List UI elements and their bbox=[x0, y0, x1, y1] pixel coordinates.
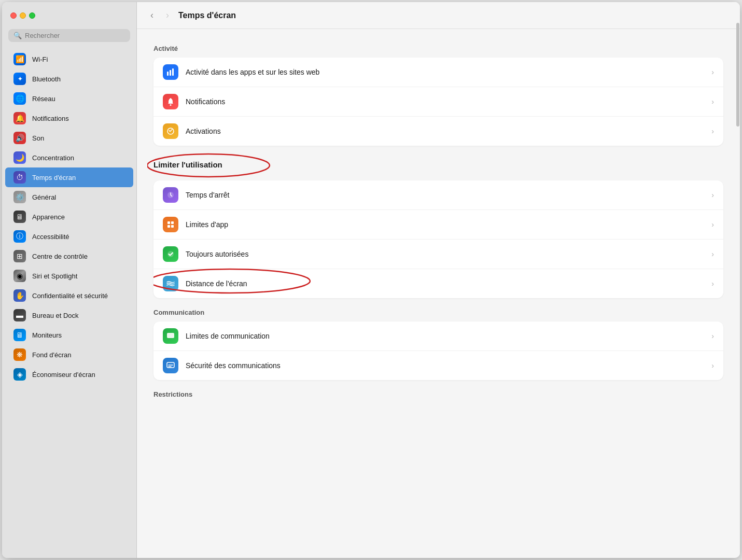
content-header: ‹ › Temps d'écran bbox=[137, 2, 740, 29]
apps-sites-icon bbox=[163, 64, 178, 80]
sidebar-item-label: Réseau bbox=[32, 95, 55, 103]
chevron-icon: › bbox=[711, 68, 714, 76]
sidebar-item-label: Temps d'écran bbox=[32, 174, 76, 181]
desktop-icon: ▬ bbox=[13, 309, 26, 321]
notifications-row[interactable]: Notifications › bbox=[153, 87, 723, 117]
svg-rect-8 bbox=[171, 221, 174, 224]
forward-button[interactable]: › bbox=[163, 9, 172, 22]
svg-rect-10 bbox=[171, 225, 174, 228]
activations-row[interactable]: Activations › bbox=[153, 117, 723, 146]
limiter-group: Temps d'arrêt › Limites d'app › bbox=[153, 180, 723, 298]
sidebar-items: 📶 Wi-Fi ✦ Bluetooth 🌐 Réseau 🔔 Notificat… bbox=[2, 47, 136, 558]
sidebar-item-notifications[interactable]: 🔔 Notifications bbox=[5, 108, 133, 128]
sidebar-item-screensaver[interactable]: ◈ Économiseur d'écran bbox=[5, 365, 133, 384]
sidebar-item-label: Économiseur d'écran bbox=[32, 371, 95, 379]
accessibility-icon: ⓘ bbox=[13, 230, 26, 243]
activations-icon bbox=[163, 123, 178, 139]
communication-group: Limites de communication › Sécurité des … bbox=[153, 321, 723, 380]
sidebar-item-accessibility[interactable]: ⓘ Accessibilité bbox=[5, 227, 133, 246]
sidebar-item-label: Notifications bbox=[32, 115, 69, 122]
limites-comm-icon bbox=[163, 328, 178, 344]
notifications-row-icon bbox=[163, 94, 178, 109]
sidebar-item-label: Fond d'écran bbox=[32, 351, 71, 359]
chevron-icon: › bbox=[711, 250, 714, 258]
back-button[interactable]: ‹ bbox=[147, 9, 157, 22]
search-input[interactable] bbox=[25, 32, 125, 39]
distance-ecran-container: Distance de l'écran › bbox=[153, 269, 723, 298]
svg-point-3 bbox=[170, 104, 172, 106]
toujours-autorisees-row[interactable]: Toujours autorisées › bbox=[153, 240, 723, 269]
svg-rect-9 bbox=[167, 225, 170, 228]
toujours-autorisees-label: Toujours autorisées bbox=[186, 250, 704, 258]
chevron-icon: › bbox=[711, 279, 714, 288]
chevron-icon: › bbox=[711, 191, 714, 199]
controlcenter-icon: ⊞ bbox=[13, 250, 26, 262]
limites-comm-label: Limites de communication bbox=[186, 332, 704, 340]
svg-rect-13 bbox=[167, 333, 174, 338]
sidebar-item-label: Wi-Fi bbox=[32, 55, 48, 63]
sidebar: 🔍 📶 Wi-Fi ✦ Bluetooth 🌐 Réseau 🔔 Noti bbox=[2, 2, 137, 558]
privacy-icon: ✋ bbox=[13, 289, 26, 302]
minimize-button[interactable] bbox=[20, 12, 26, 19]
limiter-section-header: Limiter l'utilisation bbox=[153, 156, 222, 175]
sidebar-item-screentime[interactable]: ⏱ Temps d'écran bbox=[5, 167, 133, 187]
sidebar-item-network[interactable]: 🌐 Réseau bbox=[5, 89, 133, 108]
search-bar[interactable]: 🔍 bbox=[8, 29, 130, 42]
sidebar-item-general[interactable]: ⚙️ Général bbox=[5, 187, 133, 207]
svg-rect-0 bbox=[167, 72, 169, 76]
wallpaper-icon: ❋ bbox=[13, 348, 26, 361]
scrollbar-thumb[interactable] bbox=[736, 23, 739, 127]
sidebar-item-controlcenter[interactable]: ⊞ Centre de contrôle bbox=[5, 246, 133, 266]
apps-sites-row[interactable]: Activité dans les apps et sur les sites … bbox=[153, 58, 723, 87]
sidebar-item-bluetooth[interactable]: ✦ Bluetooth bbox=[5, 69, 133, 89]
sidebar-item-label: Bureau et Dock bbox=[32, 312, 79, 319]
sidebar-item-label: Confidentialité et sécurité bbox=[32, 292, 108, 300]
sidebar-item-privacy[interactable]: ✋ Confidentialité et sécurité bbox=[5, 286, 133, 305]
general-icon: ⚙️ bbox=[13, 191, 26, 203]
sidebar-item-label: Centre de contrôle bbox=[32, 253, 88, 260]
activite-group: Activité dans les apps et sur les sites … bbox=[153, 58, 723, 146]
close-button[interactable] bbox=[10, 12, 17, 19]
displays-icon: 🖥 bbox=[13, 329, 26, 341]
limites-app-icon bbox=[163, 217, 178, 232]
distance-ecran-icon bbox=[163, 276, 178, 291]
sidebar-item-label: Général bbox=[32, 193, 56, 201]
sidebar-item-label: Concentration bbox=[32, 154, 74, 162]
sidebar-item-wallpaper[interactable]: ❋ Fond d'écran bbox=[5, 345, 133, 365]
limites-app-row[interactable]: Limites d'app › bbox=[153, 210, 723, 240]
svg-rect-2 bbox=[172, 68, 174, 76]
sidebar-item-focus[interactable]: 🌙 Concentration bbox=[5, 148, 133, 167]
sidebar-item-label: Accessibilité bbox=[32, 233, 69, 241]
section-limiter-label: Limiter l'utilisation bbox=[153, 160, 222, 169]
activations-row-label: Activations bbox=[186, 127, 704, 135]
scrollbar-track[interactable] bbox=[736, 2, 740, 558]
sidebar-item-label: Bluetooth bbox=[32, 75, 61, 83]
sidebar-item-wifi[interactable]: 📶 Wi-Fi bbox=[5, 49, 133, 69]
screentime-icon: ⏱ bbox=[13, 171, 26, 184]
section-activite-label: Activité bbox=[153, 45, 723, 52]
sidebar-item-displays[interactable]: 🖥 Moniteurs bbox=[5, 325, 133, 345]
temps-arret-label: Temps d'arrêt bbox=[186, 191, 704, 199]
sidebar-item-sound[interactable]: 🔊 Son bbox=[5, 128, 133, 148]
maximize-button[interactable] bbox=[29, 12, 35, 19]
securite-comm-icon bbox=[163, 358, 178, 373]
limites-comm-row[interactable]: Limites de communication › bbox=[153, 321, 723, 351]
notifications-icon: 🔔 bbox=[13, 112, 26, 124]
page-title: Temps d'écran bbox=[178, 11, 236, 20]
sidebar-item-desktop[interactable]: ▬ Bureau et Dock bbox=[5, 305, 133, 325]
securite-comm-row[interactable]: Sécurité des communications › bbox=[153, 351, 723, 380]
chevron-icon: › bbox=[711, 361, 714, 370]
wifi-icon: 📶 bbox=[13, 53, 26, 65]
sidebar-item-siri[interactable]: ◉ Siri et Spotlight bbox=[5, 266, 133, 286]
bluetooth-icon: ✦ bbox=[13, 73, 26, 85]
temps-arret-row[interactable]: Temps d'arrêt › bbox=[153, 180, 723, 210]
svg-rect-7 bbox=[167, 221, 170, 224]
search-icon: 🔍 bbox=[13, 32, 22, 39]
distance-ecran-row[interactable]: Distance de l'écran › bbox=[153, 269, 723, 298]
content-body: Activité Activité dans les apps et sur l… bbox=[137, 29, 740, 558]
traffic-lights bbox=[10, 12, 35, 19]
distance-ecran-label: Distance de l'écran bbox=[186, 279, 704, 288]
sidebar-item-appearance[interactable]: 🖥 Apparence bbox=[5, 207, 133, 227]
main-content: ‹ › Temps d'écran Activité Activité dans… bbox=[137, 2, 740, 558]
sidebar-item-label: Siri et Spotlight bbox=[32, 272, 77, 280]
